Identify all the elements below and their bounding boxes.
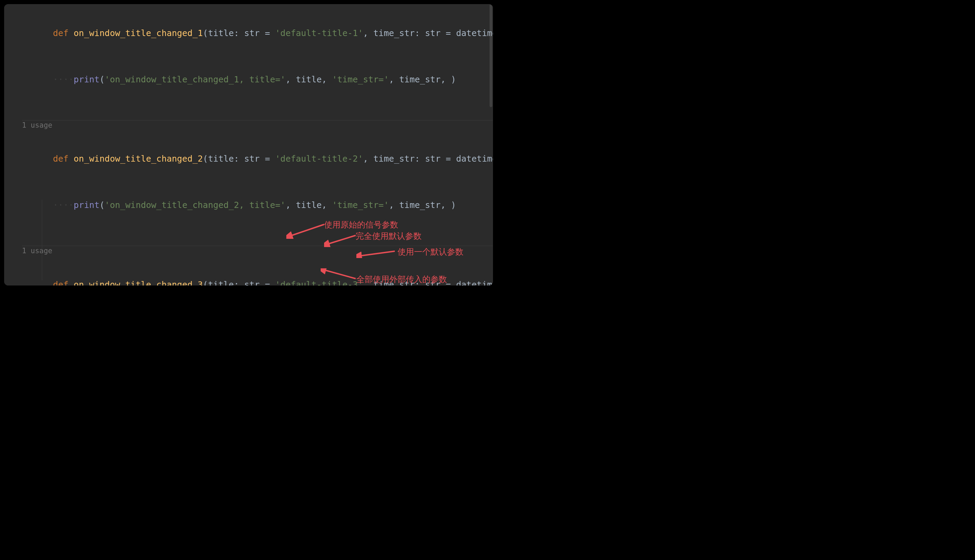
eq: = bbox=[441, 280, 456, 285]
type: str bbox=[244, 28, 260, 38]
code-line[interactable]: ⌄ def on_window_title_changed_2(title: s… bbox=[22, 130, 493, 177]
blank-line bbox=[22, 234, 493, 246]
sig: (title: bbox=[203, 154, 244, 164]
builtin-print: print bbox=[74, 75, 100, 84]
gutter bbox=[4, 4, 22, 285]
blank-line bbox=[22, 108, 493, 120]
eq: = bbox=[260, 28, 275, 38]
code-line[interactable]: ⌃ ····print('on_window_title_changed_2, … bbox=[22, 177, 493, 223]
string: 'default-title-1' bbox=[275, 28, 363, 38]
args: , time_str, ) bbox=[389, 75, 456, 84]
function-name: on_window_title_changed_3 bbox=[74, 280, 203, 285]
code-area[interactable]: ⌄ def on_window_title_changed_1(title: s… bbox=[22, 4, 493, 285]
scrollbar-thumb[interactable] bbox=[489, 4, 492, 107]
paren: ( bbox=[100, 200, 105, 210]
string: 'on_window_title_changed_1, title=' bbox=[105, 75, 285, 84]
args: , title, bbox=[285, 75, 332, 84]
builtin-print: print bbox=[74, 200, 100, 210]
string: 'on_window_title_changed_2, title=' bbox=[105, 200, 285, 210]
sig: , time_str: bbox=[363, 280, 425, 285]
blank-line bbox=[22, 223, 493, 234]
eq: = bbox=[441, 154, 456, 164]
eq: = bbox=[260, 280, 275, 285]
type: str bbox=[425, 280, 441, 285]
default: datetime.now().isoformat()): bbox=[456, 280, 493, 285]
sig: (title: bbox=[203, 28, 244, 38]
type: str bbox=[425, 154, 441, 164]
default: datetime.now().isoformat()): bbox=[456, 28, 493, 38]
eq: = bbox=[260, 154, 275, 164]
eq: = bbox=[441, 28, 456, 38]
blank-line bbox=[22, 97, 493, 108]
usage-hint[interactable]: 1 usage bbox=[22, 120, 493, 130]
keyword-def: def bbox=[53, 154, 73, 164]
sig: , time_str: bbox=[363, 28, 425, 38]
args: , title, bbox=[285, 200, 332, 210]
keyword-def: def bbox=[53, 28, 73, 38]
type: str bbox=[425, 28, 441, 38]
indent-dots: ···· bbox=[53, 75, 73, 84]
string: 'time_str=' bbox=[332, 75, 389, 84]
string: 'time_str=' bbox=[332, 200, 389, 210]
code-line[interactable]: ⌄ def on_window_title_changed_3(title: s… bbox=[22, 256, 493, 285]
sig: (title: bbox=[203, 280, 244, 285]
code-line[interactable]: ⌄ def on_window_title_changed_1(title: s… bbox=[22, 4, 493, 50]
paren: ( bbox=[100, 75, 105, 84]
indent-dots: ···· bbox=[53, 200, 73, 210]
usage-hint[interactable]: 1 usage bbox=[22, 246, 493, 256]
default: datetime.now().isoformat()): bbox=[456, 154, 493, 164]
args: , time_str, ) bbox=[389, 200, 456, 210]
string: 'default-title-2' bbox=[275, 154, 363, 164]
code-line[interactable]: ⌃ ····print('on_window_title_changed_1, … bbox=[22, 50, 493, 97]
keyword-def: def bbox=[53, 280, 73, 285]
function-name: on_window_title_changed_2 bbox=[74, 154, 203, 164]
vertical-scrollbar[interactable] bbox=[489, 4, 492, 285]
sig: , time_str: bbox=[363, 154, 425, 164]
function-name: on_window_title_changed_1 bbox=[74, 28, 203, 38]
code-editor[interactable]: ⌄ def on_window_title_changed_1(title: s… bbox=[4, 4, 493, 285]
type: str bbox=[244, 154, 260, 164]
string: 'default-title-3' bbox=[275, 280, 363, 285]
type: str bbox=[244, 280, 260, 285]
indent-guide bbox=[42, 200, 42, 280]
